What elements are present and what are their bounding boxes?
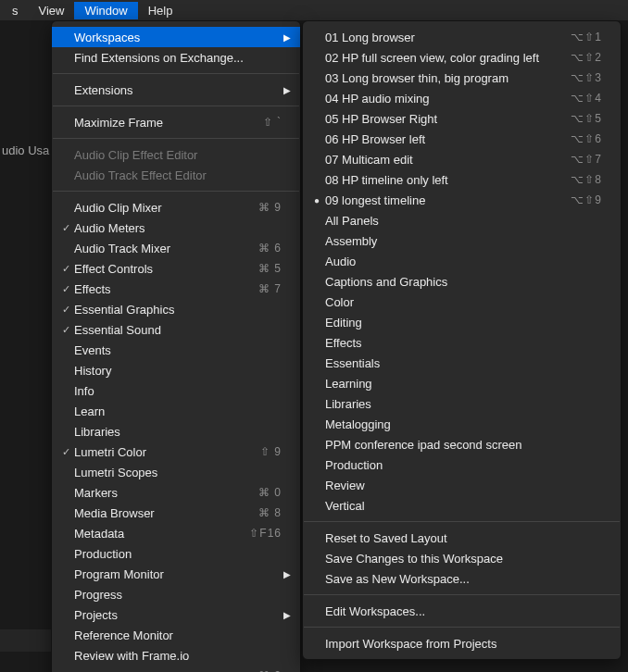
workspace-assembly[interactable]: Assembly: [303, 230, 621, 251]
workspace-vertical[interactable]: Vertical: [303, 495, 621, 516]
workspace-effects[interactable]: Effects: [303, 332, 621, 353]
menu-reference-monitor[interactable]: Reference Monitor: [52, 625, 300, 645]
workspace-save-changes[interactable]: Save Changes to this Workspace: [303, 548, 621, 568]
workspace-libraries[interactable]: Libraries: [303, 393, 621, 414]
workspace-label: Captions and Graphics: [325, 275, 602, 289]
workspace-label: Import Workspace from Projects: [325, 637, 602, 651]
menu-label: Effects: [74, 282, 251, 296]
menu-learn[interactable]: Learn: [52, 401, 300, 421]
workspace-item-04[interactable]: 04 HP audio mixing ⌥⇧4: [303, 88, 621, 108]
menu-label: Extensions: [74, 83, 282, 97]
workspace-essentials[interactable]: Essentials: [303, 353, 621, 373]
menu-lumetri-color[interactable]: ✓ Lumetri Color ⇧ 9: [52, 442, 300, 462]
workspace-learning[interactable]: Learning: [303, 373, 621, 393]
checkmark-icon: ✓: [59, 283, 72, 295]
menu-label: Lumetri Scopes: [74, 466, 282, 479]
separator: [304, 627, 620, 628]
shortcut: ⌘ 6: [258, 242, 282, 255]
menu-production[interactable]: Production: [52, 543, 300, 564]
menubar-item-help[interactable]: Help: [138, 2, 183, 19]
menu-progress[interactable]: Progress: [52, 584, 300, 604]
shortcut: ⌥⇧3: [571, 71, 602, 84]
workspace-label: 08 HP timeline only left: [325, 173, 563, 187]
menubar-item-s[interactable]: s: [2, 2, 29, 19]
workspace-reset[interactable]: Reset to Saved Layout: [303, 528, 621, 548]
shortcut: ⌥⇧7: [571, 153, 602, 166]
workspace-label: 02 HP full screen view, color grading le…: [325, 51, 563, 65]
workspace-review[interactable]: Review: [303, 475, 621, 495]
menu-history[interactable]: History: [52, 360, 300, 380]
menu-effect-controls[interactable]: ✓ Effect Controls ⌘ 5: [52, 258, 300, 279]
workspace-label: Essentials: [325, 356, 602, 370]
menu-effects[interactable]: ✓ Effects ⌘ 7: [52, 279, 300, 299]
menu-label: Projects: [74, 608, 282, 622]
menu-audio-meters[interactable]: ✓ Audio Meters: [52, 218, 300, 238]
menu-metadata[interactable]: Metadata ⇧F16: [52, 523, 300, 543]
workspace-metalogging[interactable]: Metalogging: [303, 414, 621, 434]
bullet-icon: ●: [310, 195, 323, 205]
menu-media-browser[interactable]: Media Browser ⌘ 8: [52, 503, 300, 523]
menu-libraries[interactable]: Libraries: [52, 421, 300, 442]
menu-essential-graphics[interactable]: ✓ Essential Graphics: [52, 299, 300, 319]
workspaces-submenu: 01 Long browser ⌥⇧1 02 HP full screen vi…: [302, 20, 622, 660]
menu-lumetri-scopes[interactable]: Lumetri Scopes: [52, 462, 300, 482]
checkmark-icon: ✓: [59, 304, 72, 316]
window-menu: Workspaces ▶ Find Extensions on Exchange…: [51, 20, 301, 672]
menu-markers[interactable]: Markers ⌘ 0: [52, 482, 300, 503]
workspace-item-08[interactable]: 08 HP timeline only left ⌥⇧8: [303, 169, 621, 190]
menubar-item-window[interactable]: Window: [74, 2, 137, 19]
menu-projects[interactable]: Projects ▶: [52, 604, 300, 625]
menu-program-monitor[interactable]: Program Monitor ▶: [52, 564, 300, 584]
menu-label: Effect Controls: [74, 262, 251, 276]
shortcut: ⌥⇧6: [571, 132, 602, 145]
menu-label: Review with Frame.io: [74, 649, 282, 663]
menu-label: Essential Sound: [74, 323, 282, 337]
menu-maximize-frame[interactable]: Maximize Frame ⇧ `: [52, 112, 300, 132]
workspace-import[interactable]: Import Workspace from Projects: [303, 633, 621, 653]
workspace-label: Production: [325, 458, 602, 472]
workspace-production[interactable]: Production: [303, 454, 621, 475]
workspace-label: Color: [325, 295, 602, 309]
workspace-label: Effects: [325, 336, 602, 350]
chevron-right-icon: ▶: [283, 85, 291, 95]
menu-label: Reference Monitor: [74, 628, 282, 642]
shortcut: ⌘ 7: [258, 282, 282, 295]
workspace-item-05[interactable]: 05 HP Browser Right ⌥⇧5: [303, 108, 621, 129]
shortcut: ⌥⇧4: [571, 92, 602, 105]
menu-events[interactable]: Events: [52, 340, 300, 360]
shortcut: ⌥⇧2: [571, 51, 602, 64]
workspace-item-09[interactable]: ● 09 longest timeline ⌥⇧9: [303, 190, 621, 210]
menu-audio-clip-mixer[interactable]: Audio Clip Mixer ⌘ 9: [52, 197, 300, 218]
workspace-color[interactable]: Color: [303, 292, 621, 312]
shortcut: ⌘ 5: [258, 262, 282, 275]
workspace-captions[interactable]: Captions and Graphics: [303, 271, 621, 292]
menu-label: Progress: [74, 588, 282, 602]
menu-source-monitor[interactable]: ✓ Source Monitor ⌘ 2: [52, 666, 300, 672]
menu-info[interactable]: Info: [52, 380, 300, 401]
menu-extensions[interactable]: Extensions ▶: [52, 80, 300, 100]
workspace-item-02[interactable]: 02 HP full screen view, color grading le…: [303, 47, 621, 68]
workspace-edit[interactable]: Edit Workspaces...: [303, 601, 621, 621]
workspace-item-07[interactable]: 07 Multicam edit ⌥⇧7: [303, 149, 621, 169]
menu-label: Media Browser: [74, 506, 251, 520]
workspace-label: Save as New Workspace...: [325, 572, 602, 586]
menu-workspaces[interactable]: Workspaces ▶: [52, 27, 300, 47]
workspace-item-01[interactable]: 01 Long browser ⌥⇧1: [303, 27, 621, 47]
separator: [53, 73, 299, 74]
workspace-all-panels[interactable]: All Panels: [303, 210, 621, 230]
menu-find-extensions[interactable]: Find Extensions on Exchange...: [52, 47, 300, 68]
workspace-save-as[interactable]: Save as New Workspace...: [303, 568, 621, 589]
menu-review-frameio[interactable]: Review with Frame.io: [52, 645, 300, 666]
workspace-item-03[interactable]: 03 Long browser thin, big program ⌥⇧3: [303, 68, 621, 88]
workspace-ppm[interactable]: PPM conference ipad second screen: [303, 434, 621, 454]
workspace-item-06[interactable]: 06 HP Browser left ⌥⇧6: [303, 129, 621, 149]
menu-label: History: [74, 364, 282, 378]
menu-label: Production: [74, 547, 282, 561]
menu-essential-sound[interactable]: ✓ Essential Sound: [52, 319, 300, 340]
menubar-item-view[interactable]: View: [29, 2, 75, 19]
menu-label: Markers: [74, 486, 251, 500]
menu-audio-track-mixer[interactable]: Audio Track Mixer ⌘ 6: [52, 238, 300, 258]
workspace-audio[interactable]: Audio: [303, 251, 621, 271]
chevron-right-icon: ▶: [283, 610, 291, 620]
workspace-editing[interactable]: Editing: [303, 312, 621, 332]
